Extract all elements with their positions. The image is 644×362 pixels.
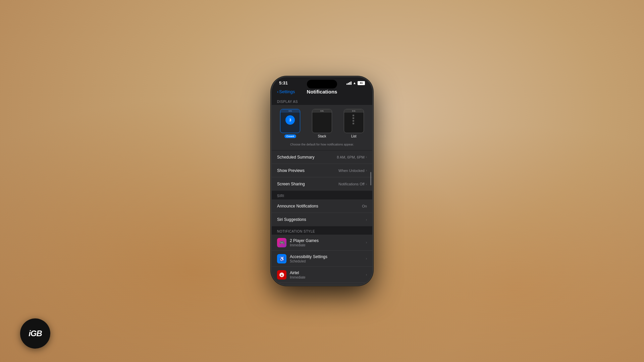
- settings-group-main: Scheduled Summary 8 AM, 6PM, 6PM › Show …: [272, 150, 372, 191]
- app-info-accessibility: Accessibility Settings Scheduled: [290, 254, 363, 263]
- screen-sharing-chevron: ›: [366, 182, 367, 186]
- count-thumb-header: 9:41: [280, 109, 300, 113]
- back-button[interactable]: ‹ Settings: [277, 89, 295, 94]
- scheduled-summary-row[interactable]: Scheduled Summary 8 AM, 6PM, 6PM ›: [272, 150, 372, 164]
- screen-sharing-value: Notifications Off ›: [338, 182, 367, 186]
- app-row-airtel[interactable]: A Airtel Immediate ›: [272, 267, 372, 283]
- show-previews-title: Show Previews: [277, 168, 305, 173]
- scroll-content: DISPLAY AS 9:41 3 Count: [272, 97, 372, 285]
- battery-icon: 41: [358, 81, 365, 85]
- back-chevron: ‹: [277, 89, 278, 94]
- notification-style-label: NOTIFICATION STYLE: [272, 226, 372, 235]
- app-name-airtel: Airtel: [290, 270, 363, 275]
- display-option-list[interactable]: 9:41: [339, 109, 368, 138]
- app-row-accessibility[interactable]: ♿ Accessibility Settings Scheduled ›: [272, 251, 372, 267]
- display-option-count[interactable]: 9:41 3 Count: [276, 109, 305, 138]
- siri-suggestions-title: Siri Suggestions: [277, 217, 306, 222]
- siri-suggestions-chevron: ›: [366, 218, 367, 222]
- app-chevron-2player: ›: [366, 241, 367, 244]
- scheduled-summary-title: Scheduled Summary: [277, 155, 314, 160]
- stack-display: [321, 114, 323, 125]
- list-row-3: [353, 120, 355, 122]
- scheduled-summary-chevron: ›: [366, 155, 367, 159]
- show-previews-val-text: When Unlocked: [338, 169, 365, 173]
- show-previews-value: When Unlocked ›: [338, 169, 367, 173]
- scheduled-summary-val-text: 8 AM, 6PM, 6PM: [337, 155, 365, 159]
- list-label: List: [351, 134, 357, 138]
- announce-notifications-value: On: [362, 204, 367, 208]
- dynamic-island: [307, 80, 337, 88]
- app-subtitle-2player: Immediate: [290, 243, 363, 247]
- list-row-1: [353, 115, 355, 116]
- app-row-2player[interactable]: 🎮 2 Player Games Immediate ›: [272, 235, 372, 251]
- app-icon-accessibility: ♿: [277, 254, 286, 263]
- list-thumb-header: 9:41: [344, 109, 364, 113]
- show-previews-row[interactable]: Show Previews When Unlocked ›: [272, 164, 372, 177]
- screen-sharing-title: Screen Sharing: [277, 182, 305, 186]
- stack-thumb-header: 9:41: [312, 109, 332, 113]
- app-chevron-airtel: ›: [366, 273, 367, 277]
- scroll-indicator: [370, 172, 371, 185]
- count-selected-badge: Count: [284, 134, 296, 138]
- app-info-2player: 2 Player Games Immediate: [290, 238, 363, 247]
- display-options: 9:41 3 Count 9:41: [276, 109, 368, 138]
- signal-bar-2: [348, 83, 349, 85]
- signal-bar-3: [349, 82, 350, 85]
- app-chevron-accessibility: ›: [366, 257, 367, 260]
- count-display: 3: [285, 115, 295, 125]
- app-name-2player: 2 Player Games: [290, 238, 363, 243]
- app-subtitle-accessibility: Scheduled: [290, 259, 363, 263]
- siri-section-label: SIRI: [272, 191, 372, 199]
- igb-logo-text: iGB: [29, 329, 42, 338]
- status-icons: ▲ 41: [346, 81, 365, 85]
- list-display: [351, 114, 356, 125]
- list-row-2: [353, 117, 355, 119]
- signal-icon: [346, 81, 352, 85]
- list-thumb: 9:41: [344, 109, 364, 133]
- display-as-label: DISPLAY AS: [272, 97, 372, 105]
- siri-suggestions-value: ›: [366, 218, 367, 222]
- svg-text:A: A: [281, 274, 283, 277]
- status-time: 5:31: [279, 80, 288, 85]
- phone-content: DISPLAY AS 9:41 3 Count: [272, 97, 372, 285]
- display-option-stack[interactable]: 9:41 Stack: [308, 109, 337, 138]
- phone-wrapper: 5:31 ▲ 41 ‹ Settings Notifications: [272, 77, 372, 285]
- igb-logo: iGB: [20, 318, 50, 349]
- count-circle: 3: [285, 115, 295, 125]
- screen-sharing-val-text: Notifications Off: [338, 182, 364, 186]
- screen-sharing-row[interactable]: Screen Sharing Notifications Off ›: [272, 177, 372, 191]
- list-row-4: [353, 123, 355, 124]
- signal-bar-4: [351, 81, 352, 85]
- app-info-airtel: Airtel Immediate: [290, 270, 363, 279]
- app-row-awkeyboard[interactable]: ⌨ Apple Watch Keyboard Immediate ›: [272, 283, 372, 285]
- nav-title: Notifications: [307, 89, 337, 95]
- siri-group: Announce Notifications On Siri Suggestio…: [272, 199, 372, 226]
- display-hint: Choose the default for how notifications…: [276, 141, 368, 146]
- iphone: 5:31 ▲ 41 ‹ Settings Notifications: [272, 77, 372, 285]
- display-as-section: 9:41 3 Count 9:41: [272, 105, 372, 150]
- stack-thumb: 9:41: [312, 109, 332, 133]
- app-icon-airtel: A: [277, 270, 286, 280]
- announce-notifications-title: Announce Notifications: [277, 204, 318, 208]
- back-label: Settings: [279, 89, 295, 94]
- app-subtitle-airtel: Immediate: [290, 276, 363, 279]
- stack-label: Stack: [318, 134, 326, 138]
- count-thumb: 9:41 3: [280, 109, 300, 133]
- siri-suggestions-row[interactable]: Siri Suggestions ›: [272, 213, 372, 226]
- announce-notifications-val-text: On: [362, 204, 367, 208]
- app-icon-2player: 🎮: [277, 238, 286, 247]
- show-previews-chevron: ›: [366, 169, 367, 172]
- wifi-icon: ▲: [353, 81, 356, 85]
- announce-notifications-row[interactable]: Announce Notifications On: [272, 199, 372, 213]
- scheduled-summary-value: 8 AM, 6PM, 6PM ›: [337, 155, 367, 159]
- app-name-accessibility: Accessibility Settings: [290, 254, 363, 259]
- signal-bar-1: [346, 83, 347, 85]
